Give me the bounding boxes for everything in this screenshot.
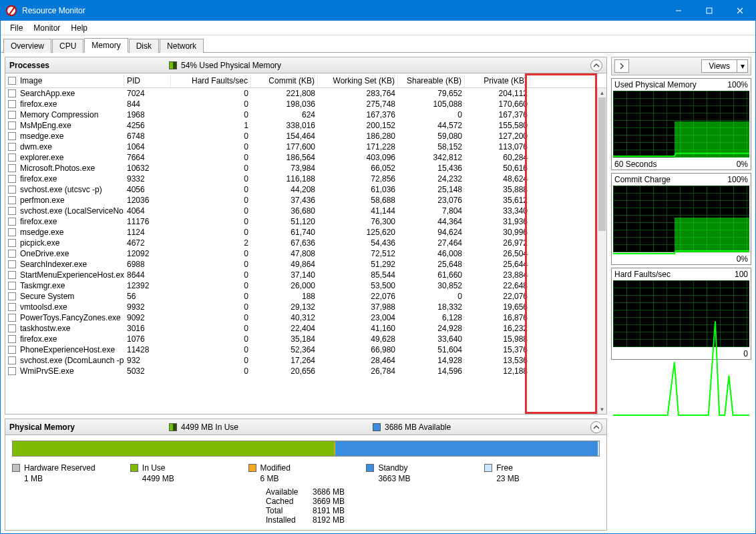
physical-memory-header[interactable]: Physical Memory 4499 MB In Use 3686 MB A… [5,419,606,435]
table-row[interactable]: svchost.exe (LocalServiceNo...4064036,68… [5,206,606,216]
col-shareable[interactable]: Shareable (KB) [398,75,465,87]
row-checkbox[interactable] [8,175,16,183]
chart-nav-button[interactable] [614,59,629,73]
row-checkbox[interactable] [8,154,16,162]
row-checkbox[interactable] [8,250,16,258]
table-row[interactable]: firefox.exe93320116,18872,85624,23248,62… [5,174,606,184]
tab-network[interactable]: Network [160,39,204,53]
row-checkbox[interactable] [8,143,16,151]
table-row[interactable]: SearchApp.exe70240221,808283,76479,65220… [5,88,606,99]
row-checkbox[interactable] [8,100,16,108]
tab-disk[interactable]: Disk [129,39,159,53]
table-row[interactable]: Microsoft.Photos.exe10632073,98466,05215… [5,163,606,174]
col-pid[interactable]: PID [124,75,171,87]
row-checkbox[interactable] [8,367,16,375]
menu-help[interactable]: Help [65,22,93,34]
legend-label: Modified [260,463,291,473]
select-all-checkbox[interactable] [8,77,16,85]
table-row[interactable]: WmiPrvSE.exe5032020,65626,78414,59612,18… [5,366,606,376]
table-row[interactable]: perfmon.exe12036037,43658,68823,07635,61… [5,195,606,206]
row-checkbox[interactable] [8,228,16,236]
row-checkbox[interactable] [8,271,16,279]
legend-item: Standby3663 MB [366,463,482,483]
row-checkbox[interactable] [8,303,16,311]
table-row[interactable]: svchost.exe (utcsvc -p)4056044,20861,036… [5,184,606,195]
close-button[interactable] [725,1,755,21]
table-row[interactable]: PowerToys.FancyZones.exe9092040,31223,00… [5,312,606,323]
table-row[interactable]: Secure System56018822,076022,076 [5,291,606,302]
memory-usage-icon [169,61,177,69]
scroll-up-icon[interactable]: ▲ [598,88,606,97]
views-button[interactable]: Views [701,59,737,73]
cell-private: 15,376 [465,345,530,354]
cell-pid: 9332 [124,174,171,184]
cell-workingset: 23,004 [318,313,398,322]
menu-file[interactable]: File [5,22,28,34]
table-row[interactable]: OneDrive.exe12092047,80872,51246,00826,5… [5,248,606,259]
table-row[interactable]: MsMpEng.exe42561338,016200,15244,572155,… [5,120,606,131]
row-checkbox[interactable] [8,218,16,226]
scroll-down-icon[interactable]: ▼ [598,405,606,414]
table-row[interactable]: StartMenuExperienceHost.exe8644037,14085… [5,270,606,280]
row-checkbox[interactable] [8,196,16,204]
maximize-button[interactable] [694,1,725,21]
table-row[interactable]: msedge.exe1124061,740125,62094,62430,996 [5,227,606,238]
row-checkbox[interactable] [8,121,16,129]
table-row[interactable]: svchost.exe (DcomLaunch -p)932017,26428,… [5,355,606,366]
cell-pid: 1076 [124,334,171,344]
col-commit[interactable]: Commit (KB) [251,75,318,87]
row-checkbox[interactable] [8,239,16,247]
row-checkbox[interactable] [8,324,16,332]
col-private[interactable]: Private (KB) [465,75,530,87]
row-checkbox[interactable] [8,260,16,268]
table-row[interactable]: Memory Compression19680624167,3760167,37… [5,109,606,120]
table-row[interactable]: explorer.exe76640186,564403,096342,81260… [5,152,606,163]
collapse-processes-button[interactable] [590,59,602,71]
table-row[interactable]: picpick.exe4672267,63654,43627,46426,972 [5,238,606,248]
row-checkbox[interactable] [8,132,16,140]
cell-hardfaults: 0 [171,196,251,205]
cell-commit: 624 [251,110,318,119]
processes-header[interactable]: Processes 54% Used Physical Memory [5,57,606,73]
row-checkbox[interactable] [8,346,16,354]
tab-overview[interactable]: Overview [3,39,51,53]
collapse-physmem-button[interactable] [590,421,602,433]
views-dropdown-button[interactable]: ▾ [737,59,748,73]
table-row[interactable]: msedge.exe67480154,464186,28059,080127,2… [5,131,606,142]
table-row[interactable]: vmtoolsd.exe9932029,13237,98818,33219,65… [5,302,606,312]
tab-memory[interactable]: Memory [84,38,128,53]
table-row[interactable]: firefox.exe11176051,12076,30044,36431,93… [5,216,606,227]
table-row[interactable]: firefox.exe1076035,18449,62833,64015,988 [5,334,606,344]
cell-shareable: 44,572 [398,121,465,130]
scroll-thumb[interactable] [598,97,606,231]
row-checkbox[interactable] [8,89,16,97]
table-row[interactable]: dwm.exe10640177,600171,22858,152113,076 [5,142,606,152]
row-checkbox[interactable] [8,335,16,343]
row-checkbox[interactable] [8,207,16,215]
tab-cpu[interactable]: CPU [52,39,83,53]
table-row[interactable]: PhoneExperienceHost.exe11428052,36466,98… [5,344,606,355]
row-checkbox[interactable] [8,111,16,119]
minimize-button[interactable] [663,1,694,21]
stat-label: Total [266,506,306,515]
row-checkbox[interactable] [8,356,16,364]
row-checkbox[interactable] [8,314,16,322]
cell-image: taskhostw.exe [17,324,124,333]
table-row[interactable]: taskhostw.exe3016022,40441,16024,92816,2… [5,323,606,334]
menu-monitor[interactable]: Monitor [28,22,65,34]
cell-private: 26,972 [465,238,530,248]
row-checkbox[interactable] [8,186,16,194]
table-row[interactable]: Taskmgr.exe12392026,00053,50030,85222,64… [5,280,606,291]
col-image[interactable]: Image [17,75,124,87]
row-checkbox[interactable] [8,164,16,172]
cell-hardfaults: 0 [171,334,251,344]
table-row[interactable]: firefox.exe8440198,036275,748105,088170,… [5,99,606,109]
col-workingset[interactable]: Working Set (KB) [318,75,398,87]
row-checkbox[interactable] [8,282,16,290]
cell-image: svchost.exe (DcomLaunch -p) [17,356,124,365]
table-row[interactable]: SearchIndexer.exe6988049,86451,29225,648… [5,259,606,270]
row-checkbox[interactable] [8,292,16,300]
cell-workingset: 275,748 [318,99,398,109]
col-hardfaults[interactable]: Hard Faults/sec [171,75,251,87]
table-scrollbar[interactable]: ▲ ▼ [597,88,606,414]
